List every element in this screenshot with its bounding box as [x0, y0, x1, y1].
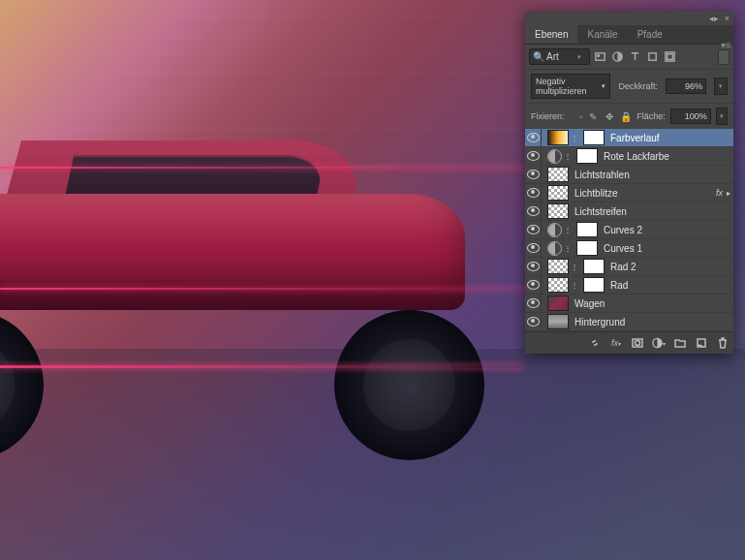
eye-icon	[527, 133, 540, 142]
filter-pixel-icon[interactable]	[593, 49, 607, 64]
light-streak	[0, 288, 543, 290]
visibility-toggle[interactable]	[525, 221, 542, 238]
panel-titlebar: ◂▸ ×	[525, 12, 733, 25]
fx-indicator[interactable]: fx	[716, 188, 723, 198]
layer-filter-select[interactable]: 🔍 ▾	[529, 48, 590, 65]
link-icon: ⋮	[571, 134, 578, 142]
visibility-toggle[interactable]	[525, 239, 542, 257]
visibility-toggle[interactable]	[525, 295, 542, 312]
new-layer-icon[interactable]	[695, 336, 708, 350]
layer-mask-thumbnail	[576, 240, 598, 256]
panel-footer: fx▾ ▾	[525, 331, 733, 354]
layer-row[interactable]: Hintergrund	[525, 313, 733, 331]
tab-kanaele[interactable]: Kanäle	[577, 25, 627, 44]
blend-mode-select[interactable]: Negativ multiplizieren▾	[531, 74, 610, 99]
filter-toggle[interactable]	[718, 49, 729, 65]
eye-icon	[527, 298, 540, 308]
visibility-toggle[interactable]	[525, 276, 542, 294]
tab-ebenen[interactable]: Ebenen	[525, 25, 577, 44]
close-icon[interactable]: ×	[725, 14, 729, 23]
layer-thumbnail	[547, 296, 569, 311]
layer-row[interactable]: ⋮Farbverlauf	[525, 129, 733, 147]
layer-row[interactable]: ⋮Curves 2	[525, 221, 733, 239]
layer-row[interactable]: ⋮Rad	[525, 276, 733, 295]
filter-toolbar: 🔍 ▾	[525, 45, 733, 69]
layer-row[interactable]: Lichtblitzefx▸	[525, 184, 733, 202]
filter-smart-icon[interactable]	[663, 49, 677, 64]
layer-name: Lichtblitze	[574, 188, 617, 199]
delete-layer-icon[interactable]	[716, 336, 729, 350]
panel-menu-icon[interactable]: ▾≡	[721, 40, 730, 50]
filter-type-icon[interactable]	[628, 49, 642, 64]
layer-thumbnail	[547, 130, 569, 145]
eye-icon	[527, 280, 540, 290]
chevron-icon[interactable]: ▸	[727, 189, 730, 198]
adjustment-icon	[547, 241, 562, 256]
lock-label: Fixieren:	[531, 111, 565, 121]
layer-name: Rad	[610, 280, 628, 291]
add-mask-icon[interactable]	[631, 336, 644, 350]
add-adjustment-icon[interactable]: ▾	[652, 336, 666, 350]
layer-mask-thumbnail	[576, 222, 598, 237]
layer-mask-thumbnail	[583, 277, 605, 293]
fill-stepper[interactable]: ▾	[716, 108, 728, 125]
layer-name: Lichtstreifen	[574, 206, 627, 217]
svg-rect-6	[570, 111, 579, 121]
link-icon: ⋮	[564, 226, 572, 234]
layer-mask-thumbnail	[583, 259, 605, 274]
collapse-icon[interactable]: ◂▸	[709, 14, 719, 23]
lock-fill-row: Fixieren: ▫ ✎ ✥ 🔒 Fläche: ▾	[525, 103, 733, 129]
layer-row[interactable]: Wagen	[525, 295, 733, 313]
visibility-toggle[interactable]	[525, 202, 542, 220]
eye-icon	[527, 206, 540, 216]
eye-icon	[527, 225, 540, 234]
link-icon: ⋮	[564, 152, 572, 161]
link-icon: ⋮	[571, 263, 578, 271]
layer-row[interactable]: Lichtstreifen	[525, 202, 733, 221]
link-icon: ⋮	[564, 244, 572, 253]
tab-pfade[interactable]: Pfade	[628, 25, 672, 44]
opacity-label: Deckkraft:	[618, 81, 658, 91]
layer-thumbnail	[547, 203, 569, 219]
fill-label: Fläche:	[636, 111, 666, 121]
layer-row[interactable]: ⋮Rote Lackfarbe	[525, 147, 733, 166]
svg-rect-5	[667, 54, 673, 60]
car-image	[0, 116, 513, 388]
eye-icon	[527, 170, 540, 179]
eye-icon	[527, 151, 540, 161]
layer-row[interactable]: ⋮Rad 2	[525, 258, 733, 276]
lock-transparency-icon[interactable]: ▫	[570, 109, 583, 123]
lock-pixels-icon[interactable]: ✎	[588, 109, 600, 123]
layer-mask-thumbnail	[583, 130, 605, 145]
filter-adjust-icon[interactable]	[610, 49, 625, 64]
visibility-toggle[interactable]	[525, 166, 542, 183]
lock-all-icon[interactable]: 🔒	[620, 109, 632, 123]
layer-list: ⋮Farbverlauf⋮Rote LackfarbeLichtstrahlen…	[525, 129, 733, 331]
visibility-toggle[interactable]	[525, 147, 542, 165]
filter-shape-icon[interactable]	[645, 49, 660, 64]
lock-position-icon[interactable]: ✥	[604, 109, 615, 123]
layer-row[interactable]: ⋮Curves 1	[525, 239, 733, 258]
eye-icon	[527, 262, 540, 271]
layer-name: Lichtstrahlen	[574, 170, 630, 180]
visibility-toggle[interactable]	[525, 184, 542, 202]
visibility-toggle[interactable]	[525, 129, 542, 146]
visibility-toggle[interactable]	[525, 258, 542, 275]
layer-name: Wagen	[574, 298, 605, 309]
layer-mask-thumbnail	[576, 148, 598, 164]
visibility-toggle[interactable]	[525, 313, 542, 330]
link-layers-icon[interactable]	[588, 336, 602, 350]
blend-opacity-row: Negativ multiplizieren▾ Deckkraft: ▾	[525, 69, 733, 103]
new-group-icon[interactable]	[673, 336, 687, 350]
filter-type[interactable]	[544, 50, 577, 63]
svg-point-8	[636, 341, 640, 346]
link-icon: ⋮	[571, 281, 578, 290]
layer-row[interactable]: Lichtstrahlen	[525, 166, 733, 184]
adjustment-icon	[547, 149, 562, 164]
light-streak	[0, 167, 543, 169]
opacity-stepper[interactable]: ▾	[714, 78, 728, 95]
opacity-input[interactable]	[666, 78, 706, 94]
layer-style-icon[interactable]: fx▾	[609, 336, 623, 350]
fill-input[interactable]	[670, 109, 711, 124]
eye-icon	[527, 243, 540, 253]
